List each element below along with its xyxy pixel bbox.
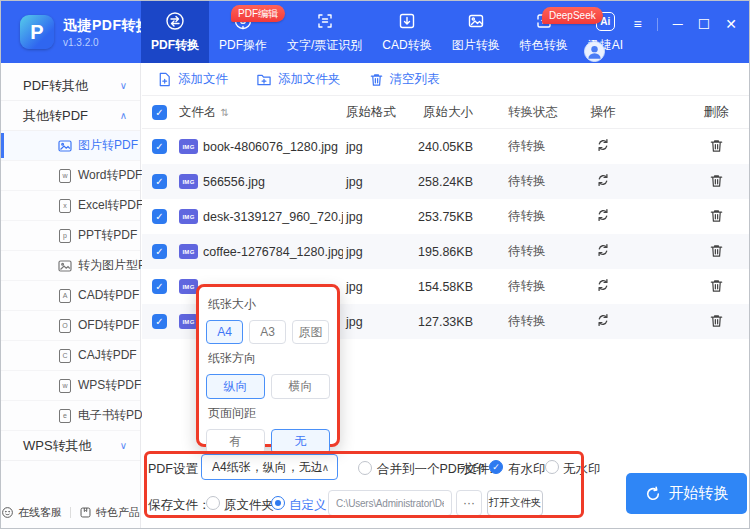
group-label: 其他转PDF (23, 108, 88, 123)
item-label: Word转PDF (78, 167, 142, 184)
save-file-label: 保存文件： (148, 497, 211, 514)
watermark-off-radio[interactable] (545, 460, 559, 474)
delete-trash-icon[interactable] (709, 138, 724, 156)
select-all-checkbox[interactable]: ✓ (152, 105, 167, 120)
add-folder-button[interactable]: 添加文件夹 (256, 71, 341, 88)
image-icon (465, 11, 486, 32)
start-convert-button[interactable]: 开始转换 (626, 473, 747, 514)
save-original-label[interactable]: 原文件夹 (224, 497, 274, 514)
menu-icon[interactable]: ≡ (634, 16, 642, 32)
row-checkbox[interactable]: ✓ (152, 314, 167, 329)
minimize-icon[interactable]: ─ (673, 16, 683, 32)
paper-size-original-button[interactable]: 原图 (292, 320, 329, 344)
orientation-portrait-button[interactable]: 纵向 (206, 374, 265, 399)
row-checkbox[interactable]: ✓ (152, 244, 167, 259)
convert-refresh-icon[interactable] (595, 172, 611, 191)
watermark-off-label[interactable]: 无水印 (563, 461, 601, 478)
orientation-landscape-button[interactable]: 横向 (271, 374, 330, 399)
scan-brackets-icon (314, 11, 335, 32)
clear-list-button[interactable]: 清空列表 (369, 71, 440, 88)
convert-refresh-icon[interactable] (595, 277, 611, 296)
sidebar-group-wps-to-other[interactable]: WPS转其他 ∨ (1, 431, 140, 461)
sidebar-footer: 在线客服 特色产品 (1, 505, 140, 520)
file-plus-icon (157, 72, 172, 87)
featured-products-link[interactable]: 特色产品 (79, 505, 140, 520)
spacing-no-button[interactable]: 无 (271, 429, 330, 454)
deepseek-badge: DeepSeek (542, 7, 603, 24)
ppt-doc-icon: p (58, 229, 72, 243)
sidebar-item-cad-to-pdf[interactable]: A CAD转PDF (1, 281, 140, 311)
spacing-yes-button[interactable]: 有 (206, 429, 265, 454)
image-file-icon: IMG (179, 174, 198, 189)
sort-icon[interactable]: ⇅ (221, 107, 229, 118)
sidebar-item-ebook-to-pdf[interactable]: e 电子书转PDF (1, 401, 140, 431)
chevron-up-icon: ∧ (322, 462, 329, 473)
add-file-button[interactable]: 添加文件 (157, 71, 228, 88)
convert-refresh-icon[interactable] (595, 242, 611, 261)
item-label: OFD转PDF (78, 317, 139, 334)
sidebar-item-ofd-to-pdf[interactable]: O OFD转PDF (1, 311, 140, 341)
item-label: CAD转PDF (78, 287, 139, 304)
nav-pdf-convert[interactable]: PDF转换 (141, 1, 209, 63)
file-status: 待转换 (508, 208, 586, 225)
row-checkbox[interactable]: ✓ (152, 279, 167, 294)
save-original-radio[interactable] (206, 496, 220, 510)
sidebar-item-wps-to-pdf[interactable]: w WPS转PDF (1, 371, 140, 401)
maximize-icon[interactable]: ☐ (698, 16, 711, 32)
delete-trash-icon[interactable] (709, 173, 724, 191)
delete-trash-icon[interactable] (709, 243, 724, 261)
paper-size-a3-button[interactable]: A3 (249, 320, 286, 344)
sidebar-item-to-image-pdf[interactable]: 转为图片型PDF (1, 251, 140, 281)
row-checkbox[interactable]: ✓ (152, 209, 167, 224)
divider (70, 507, 71, 518)
merge-pdf-radio[interactable] (358, 461, 372, 475)
row-checkbox[interactable]: ✓ (152, 139, 167, 154)
convert-refresh-icon[interactable] (595, 137, 611, 156)
sidebar-group-pdf-to-other[interactable]: PDF转其他 ∨ (1, 71, 140, 101)
save-custom-radio[interactable] (271, 496, 285, 510)
convert-refresh-icon[interactable] (595, 312, 611, 331)
row-checkbox[interactable]: ✓ (152, 174, 167, 189)
headset-icon (1, 506, 14, 519)
nav-cad-convert[interactable]: CAD转换 (372, 1, 441, 63)
file-status: 待转换 (508, 243, 586, 260)
sidebar-group-other-to-pdf[interactable]: 其他转PDF ∧ (1, 101, 140, 131)
sidebar-item-image-to-pdf[interactable]: 图片转PDF (1, 131, 140, 161)
open-folder-button[interactable]: 打开文件夹 (487, 490, 543, 516)
nav-ocr[interactable]: 文字/票证识别 (277, 1, 372, 63)
caj-doc-icon: C (58, 349, 72, 363)
sidebar-item-caj-to-pdf[interactable]: C CAJ转PDF (1, 341, 140, 371)
save-path-input[interactable] (328, 490, 452, 516)
file-status: 待转换 (508, 278, 586, 295)
app-logo-icon: P (20, 15, 54, 49)
convert-refresh-icon[interactable] (595, 207, 611, 226)
pdf-setting-dropdown[interactable]: A4纸张，纵向，无边距 ∧ (201, 454, 338, 480)
nav-image-convert[interactable]: 图片转换 (442, 1, 510, 63)
column-name: 文件名 (179, 104, 217, 121)
save-custom-label[interactable]: 自定义 (289, 497, 327, 514)
sidebar-item-word-to-pdf[interactable]: w Word转PDF (1, 161, 140, 191)
table-row: ✓ IMG desk-3139127_960_720.jpg jpg 253.7… (142, 199, 750, 234)
column-size: 原始大小 (415, 104, 473, 121)
divider (657, 18, 658, 31)
user-avatar[interactable] (584, 41, 605, 62)
delete-trash-icon[interactable] (709, 208, 724, 226)
file-format: jpg (343, 280, 415, 294)
online-service-link[interactable]: 在线客服 (1, 505, 62, 520)
chevron-down-icon: ∨ (120, 71, 127, 101)
nav-label: 文字/票证识别 (287, 37, 362, 54)
close-icon[interactable]: ✕ (725, 16, 737, 32)
file-name: book-4806076_1280.jpg (203, 140, 343, 154)
watermark-on-radio[interactable]: ✓ (489, 460, 503, 474)
sidebar-item-excel-to-pdf[interactable]: x Excel转PDF (1, 191, 140, 221)
nav-label: CAD转换 (382, 37, 431, 54)
cad-doc-icon: A (58, 289, 72, 303)
paper-size-a4-button[interactable]: A4 (206, 320, 243, 344)
delete-trash-icon[interactable] (709, 278, 724, 296)
browse-more-button[interactable]: ··· (456, 490, 482, 516)
folder-plus-icon (256, 72, 272, 87)
watermark-on-label[interactable]: 有水印 (508, 461, 546, 478)
delete-trash-icon[interactable] (709, 313, 724, 331)
nav-label: PDF操作 (219, 37, 267, 54)
sidebar-item-ppt-to-pdf[interactable]: p PPT转PDF (1, 221, 140, 251)
